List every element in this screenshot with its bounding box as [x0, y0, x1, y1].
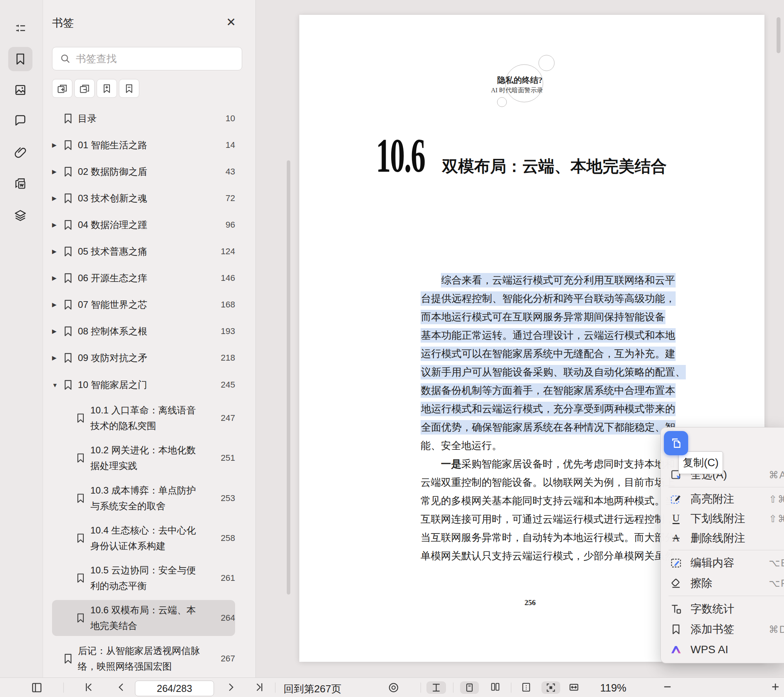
- comments-panel-button[interactable]: [8, 108, 32, 132]
- page-number: 247: [221, 413, 235, 423]
- fit-width-icon[interactable]: [568, 681, 580, 693]
- menu-item-word-count[interactable]: 字数统计: [661, 599, 784, 619]
- bold-lead: 一是: [441, 458, 461, 470]
- view-mode-icon[interactable]: [387, 681, 400, 694]
- highlighted-text[interactable]: 而本地运行模式可在互联网服务异常期间保持智能设备: [421, 310, 665, 324]
- highlighted-text[interactable]: 全面优势，确保智能家居系统在各种情况下都能稳定、智: [421, 420, 676, 435]
- first-page-button[interactable]: [83, 681, 95, 693]
- layers-panel-button[interactable]: [8, 203, 32, 228]
- text-line: 当互联网服务异常时，自动转为本地运行模式。而大部分: [421, 532, 675, 543]
- chevron-right-icon[interactable]: ▶: [52, 248, 62, 255]
- page-number: 267: [221, 654, 235, 664]
- page-number: 193: [221, 326, 235, 336]
- chevron-right-icon[interactable]: ▶: [52, 195, 62, 202]
- sidebar-item-ch10[interactable]: ▼ 10 智能家居之门 245: [52, 374, 235, 396]
- continuous-scroll-icon[interactable]: [426, 681, 446, 694]
- sidebar-item-ch09[interactable]: ▶ 09 攻防对抗之矛 218: [52, 347, 235, 369]
- chevron-right-icon[interactable]: ▶: [52, 328, 62, 335]
- sidebar-item-ch02[interactable]: ▶ 02 数据防御之盾 43: [52, 161, 235, 183]
- menu-item-highlight[interactable]: 高亮附注 ⇧⌘H: [661, 489, 784, 509]
- chevron-right-icon[interactable]: ▶: [52, 275, 62, 282]
- logo-text-1: 隐私的终结?: [497, 75, 543, 86]
- collapse-all-bookmarks-icon[interactable]: [74, 79, 95, 98]
- chevron-right-icon[interactable]: ▶: [52, 168, 62, 175]
- wps-ai-icon: [669, 643, 683, 656]
- page-number: 146: [221, 273, 235, 283]
- page-indicator-input[interactable]: 264/283: [135, 681, 214, 696]
- text-line: 单模网关默认只支持云端运行模式，少部分单模网关虽然: [421, 550, 675, 562]
- sidebar-item-ch10-3[interactable]: 10.3 成本博弈：单点防护与系统安全的取舍 253: [52, 482, 235, 515]
- page-number: 168: [221, 300, 235, 310]
- sidebar-item-ch01[interactable]: ▶ 01 智能生活之路 14: [52, 134, 235, 156]
- menu-item-strikethrough[interactable]: A 删除线附注: [661, 528, 784, 548]
- sidebar-scrollbar[interactable]: [287, 160, 290, 595]
- highlighted-text[interactable]: 基本功能正常运转。通过合理设计，云端运行模式和本地: [421, 328, 676, 343]
- fit-page-icon[interactable]: [520, 681, 532, 693]
- images-panel-button[interactable]: [8, 78, 32, 102]
- document-scrollbar[interactable]: [777, 17, 780, 53]
- highlighted-text[interactable]: 综合来看，云端运行模式可充分利用互联网络和云平: [441, 273, 676, 287]
- chevron-right-icon[interactable]: ▶: [52, 221, 62, 228]
- chevron-right-icon[interactable]: ▶: [52, 142, 62, 149]
- chevron-right-icon[interactable]: ▶: [52, 354, 62, 361]
- expand-all-bookmarks-icon[interactable]: [52, 79, 72, 98]
- close-icon[interactable]: ✕: [226, 16, 236, 28]
- toggle-sidebar-icon[interactable]: [31, 681, 43, 694]
- highlighted-text[interactable]: 运行模式可以在智能家居系统中无缝配合，互为补充。建: [421, 347, 676, 361]
- sidebar-item-ch10-1[interactable]: 10.1 入口革命：离线语音技术的隐私突围 247: [52, 402, 235, 435]
- edit-content-icon: [669, 557, 683, 569]
- sidebar-item-postscript[interactable]: 后记：从智能家居透视网信脉络，映照网络强国宏图 267: [52, 642, 235, 675]
- search-placeholder: 书签查找: [76, 52, 117, 66]
- two-page-icon[interactable]: [487, 681, 504, 692]
- bookmark-search-input[interactable]: 书签查找: [52, 47, 242, 70]
- copy-button[interactable]: [664, 431, 688, 455]
- annotation-pages-icon[interactable]: [8, 172, 32, 196]
- zoom-out-button[interactable]: [662, 681, 673, 692]
- sidebar-item-ch07[interactable]: ▶ 07 智能世界之芯 168: [52, 294, 235, 316]
- zoom-in-button[interactable]: [770, 681, 781, 692]
- sidebar-item-ch04[interactable]: ▶ 04 数据治理之踵 96: [52, 214, 235, 236]
- menu-item-add-bookmark[interactable]: 添加书签 ⌘D: [661, 619, 784, 640]
- copy-tooltip: 复制(C): [678, 451, 723, 474]
- chevron-down-icon[interactable]: ▼: [52, 382, 62, 388]
- remove-bookmark-icon[interactable]: [119, 79, 139, 98]
- toolbar-separator: [421, 683, 421, 693]
- highlighted-text[interactable]: 议新手用户可从智能设备采购、联动及自动化策略的配置、: [421, 365, 686, 379]
- strikethrough-annotation-icon: A: [669, 533, 683, 544]
- single-page-icon[interactable]: [460, 681, 479, 694]
- sidebar-item-ch10-6-selected[interactable]: 10.6 双模布局：云端、本地完美结合 264: [52, 600, 235, 636]
- next-page-button[interactable]: [225, 681, 237, 693]
- fit-screen-icon[interactable]: [541, 681, 560, 694]
- highlighted-text[interactable]: 台提供远程控制、智能化分析和跨平台联动等高级功能，: [421, 291, 676, 306]
- chapter-title: 双模布局：云端、本地完美结合: [442, 156, 667, 177]
- zoom-level-value[interactable]: 119%: [600, 682, 626, 694]
- bookmarks-panel-button[interactable]: [8, 47, 32, 71]
- previous-page-button[interactable]: [115, 681, 127, 693]
- last-page-button[interactable]: [254, 681, 265, 693]
- copy-icon: [669, 437, 683, 450]
- menu-item-edit-content[interactable]: 编辑内容 ⌥E: [661, 553, 784, 573]
- page-number: 258: [221, 533, 235, 543]
- underline-annotation-icon: U: [669, 514, 683, 524]
- menu-item-wps-ai[interactable]: WPS AI: [661, 640, 784, 660]
- sidebar-item-ch08[interactable]: ▶ 08 控制体系之根 193: [52, 320, 235, 342]
- sidebar-item-ch10-5[interactable]: 10.5 云边协同：安全与便利的动态平衡 261: [52, 562, 235, 595]
- highlighted-text[interactable]: 数据备份机制等方面着手，在智能家居系统中合理布置本: [421, 383, 676, 398]
- attachments-panel-button[interactable]: [8, 140, 32, 165]
- reading-settings-icon[interactable]: [8, 16, 32, 40]
- menu-item-erase[interactable]: 擦除 ⌥R: [661, 573, 784, 593]
- add-bookmark-icon[interactable]: [97, 79, 117, 98]
- sidebar-item-ch03[interactable]: ▶ 03 技术创新之魂 72: [52, 187, 235, 209]
- bookmark-icon: [669, 623, 683, 635]
- page-number: 72: [226, 193, 235, 203]
- highlighted-text[interactable]: 地运行模式和云端运行模式，充分享受到两种模式带来的: [421, 402, 676, 416]
- sidebar-item-ch06[interactable]: ▶ 06 开源生态之痒 146: [52, 267, 235, 289]
- page-number: 264: [221, 613, 235, 623]
- sidebar-item-toc[interactable]: 目录 10: [52, 108, 235, 129]
- sidebar-item-ch10-2[interactable]: 10.2 网关进化：本地化数据处理实践 251: [52, 442, 235, 474]
- chevron-right-icon[interactable]: ▶: [52, 301, 62, 308]
- back-to-page-button[interactable]: 回到第267页: [284, 682, 341, 696]
- menu-item-underline[interactable]: U 下划线附注 ⇧⌘U: [661, 509, 784, 528]
- sidebar-item-ch10-4[interactable]: 10.4 生态核心：去中心化身份认证体系构建 258: [52, 522, 235, 555]
- sidebar-item-ch05[interactable]: ▶ 05 技术普惠之痛 124: [52, 241, 235, 262]
